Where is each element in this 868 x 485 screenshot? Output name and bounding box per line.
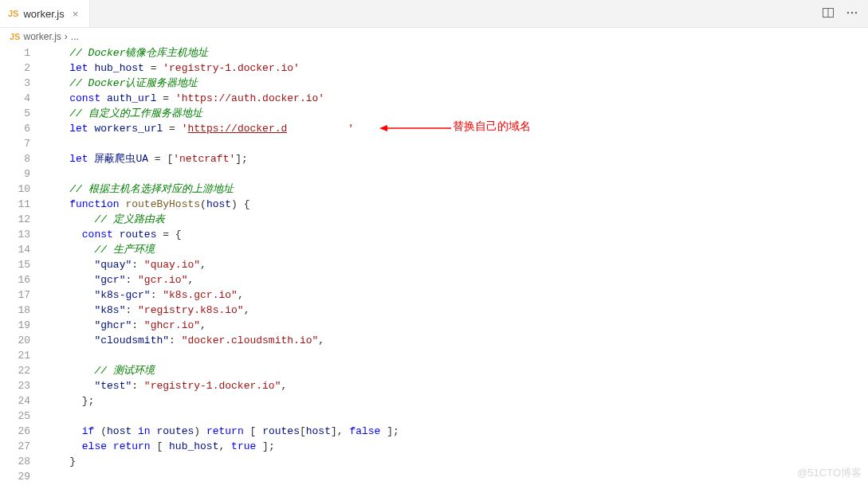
code-line	[45, 166, 868, 182]
code-line: function routeByHosts(host) {	[45, 197, 868, 212]
code-line: // 生产环境	[45, 242, 868, 257]
code-line: "ghcr": "ghcr.io",	[45, 318, 868, 333]
code-line: // Docker镜像仓库主机地址	[45, 45, 868, 61]
breadcrumb-rest: ...	[71, 31, 79, 42]
breadcrumb[interactable]: JS worker.js › ...	[0, 28, 868, 45]
code-line: else return [ hub_host, true ];	[45, 439, 868, 454]
svg-point-3	[851, 11, 853, 13]
watermark: @51CTO博客	[797, 466, 862, 480]
code-line: }	[45, 454, 868, 469]
code-line: "k8s": "registry.k8s.io",	[45, 303, 868, 318]
js-file-icon: JS	[10, 32, 20, 41]
code-line: // Docker认证服务器地址	[45, 76, 868, 91]
code-line: // 测试环境	[45, 363, 868, 378]
code-line: // 根据主机名选择对应的上游地址	[45, 182, 868, 197]
code-line: "k8s-gcr": "k8s.gcr.io",	[45, 287, 868, 303]
code-line	[45, 469, 868, 484]
code-line: };	[45, 393, 868, 409]
code-line: "cloudsmith": "docker.cloudsmith.io",	[45, 333, 868, 348]
code-line	[45, 136, 868, 151]
titlebar-actions	[822, 0, 868, 27]
close-icon[interactable]: ×	[69, 6, 82, 22]
code-line: const routes = {	[45, 227, 868, 242]
code-line: "gcr": "gcr.io",	[45, 272, 868, 287]
code-line: let hub_host = 'registry-1.docker.io'	[45, 61, 868, 76]
code-line: "test": "registry-1.docker.io",	[45, 378, 868, 393]
annotation-text: 替换自己的域名	[453, 119, 531, 134]
svg-point-2	[847, 11, 849, 13]
breadcrumb-file: worker.js	[23, 31, 61, 42]
code-line: // 定义路由表	[45, 212, 868, 227]
breadcrumb-sep: ›	[65, 31, 68, 42]
more-actions-icon[interactable]	[846, 6, 858, 22]
tab-label: worker.js	[23, 8, 64, 20]
code-line	[45, 409, 868, 424]
code-line: if (host in routes) return [ routes[host…	[45, 424, 868, 439]
annotation-arrow	[379, 123, 451, 133]
tab-bar: JS worker.js ×	[0, 0, 868, 28]
code-line: const auth_url = 'https://auth.docker.io…	[45, 91, 868, 106]
code-line: let 屏蔽爬虫UA = ['netcraft'];	[45, 151, 868, 166]
code-line	[45, 348, 868, 363]
tab-worker-js[interactable]: JS worker.js ×	[0, 0, 90, 27]
svg-marker-6	[379, 125, 387, 131]
svg-point-4	[855, 11, 857, 13]
redacted-area	[287, 123, 348, 134]
js-file-icon: JS	[8, 9, 18, 18]
line-number-gutter: 12345 678910 1112131415 1617181920 21222…	[0, 45, 45, 484]
code-line: "quay": "quay.io",	[45, 257, 868, 272]
code-editor[interactable]: 12345 678910 1112131415 1617181920 21222…	[0, 45, 868, 484]
split-editor-icon[interactable]	[822, 6, 835, 22]
code-content[interactable]: // Docker镜像仓库主机地址 let hub_host = 'regist…	[45, 45, 868, 484]
